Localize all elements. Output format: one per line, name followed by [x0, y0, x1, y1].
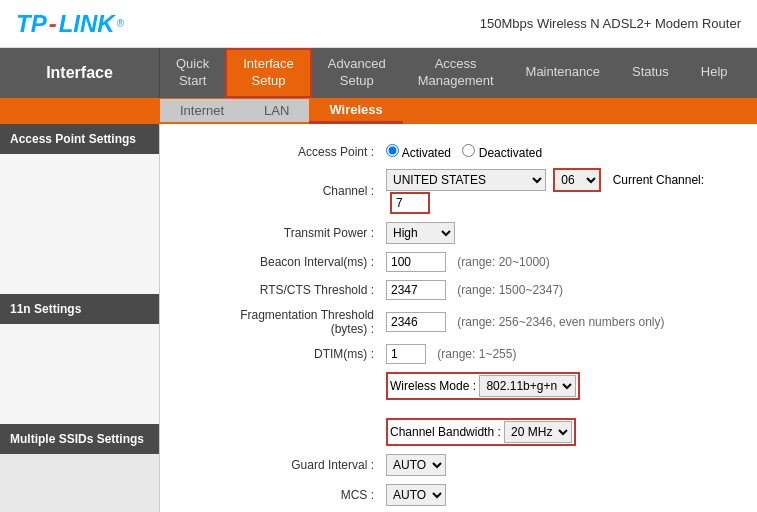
channel-number-wrapper: 06	[553, 168, 601, 192]
row-channel-bandwidth: Channel Bandwidth : 20 MHz 40 MHz	[180, 414, 737, 450]
nav-maintenance[interactable]: Maintenance	[510, 48, 616, 98]
radio-activated-label[interactable]: Activated	[386, 146, 454, 160]
nav-sidebar-label: Interface	[0, 48, 160, 98]
settings-table: Access Point : Activated Deactivated	[180, 140, 737, 510]
radio-deactivated-label[interactable]: Deactivated	[462, 146, 542, 160]
frag-hint: (range: 256~2346, even numbers only)	[457, 315, 664, 329]
main-nav: Interface Quick Start Interface Setup Ad…	[0, 48, 757, 98]
dtim-label: DTIM(ms) :	[180, 340, 380, 368]
sidebar-section-multiple-ssids: Multiple SSIDs Settings	[0, 424, 159, 454]
wireless-mode-value: Wireless Mode : 802.11b+g+n 802.11b+g 80…	[380, 368, 737, 404]
channel-bandwidth-select[interactable]: 20 MHz 40 MHz	[504, 421, 572, 443]
subnav-lan[interactable]: LAN	[244, 99, 309, 122]
transmit-power-value: High Medium Low	[380, 218, 737, 248]
current-channel-label: Current Channel:	[613, 173, 704, 187]
nav-advanced-setup[interactable]: Advanced Setup	[312, 48, 402, 98]
wireless-mode-select[interactable]: 802.11b+g+n 802.11b+g 802.11n 802.11g 80…	[479, 375, 576, 397]
nav-quick-start[interactable]: Quick Start	[160, 48, 225, 98]
guard-interval-value: AUTO Long Short	[380, 450, 737, 480]
main-layout: Access Point Settings 11n Settings Multi…	[0, 124, 757, 512]
logo-tp: TP	[16, 10, 47, 38]
content-area: Access Point : Activated Deactivated	[160, 124, 757, 512]
wireless-mode-text-label: Wireless Mode :	[390, 379, 476, 393]
frag-value: (range: 256~2346, even numbers only)	[380, 304, 737, 340]
row-channel: Channel : UNITED STATES 06 Current Chann…	[180, 164, 737, 218]
nav-help[interactable]: Help	[685, 48, 744, 98]
row-guard-interval: Guard Interval : AUTO Long Short	[180, 450, 737, 480]
mcs-value: AUTO 0123 4567	[380, 480, 737, 510]
sidebar-gap-2	[0, 324, 159, 424]
dtim-value: (range: 1~255)	[380, 340, 737, 368]
wireless-mode-label-cell	[180, 368, 380, 404]
rts-hint: (range: 1500~2347)	[457, 283, 563, 297]
current-channel-wrapper	[390, 192, 430, 214]
beacon-hint: (range: 20~1000)	[457, 255, 549, 269]
radio-deactivated[interactable]	[462, 144, 475, 157]
row-wireless-mode: Wireless Mode : 802.11b+g+n 802.11b+g 80…	[180, 368, 737, 404]
dtim-input[interactable]	[386, 344, 426, 364]
sidebar: Access Point Settings 11n Settings Multi…	[0, 124, 160, 512]
guard-interval-select[interactable]: AUTO Long Short	[386, 454, 446, 476]
channel-bandwidth-label-cell	[180, 414, 380, 450]
logo-dash: -	[49, 10, 57, 38]
row-mcs: MCS : AUTO 0123 4567	[180, 480, 737, 510]
activated-text: Activated	[402, 146, 451, 160]
mcs-label: MCS :	[180, 480, 380, 510]
rts-value: (range: 1500~2347)	[380, 276, 737, 304]
row-beacon: Beacon Interval(ms) : (range: 20~1000)	[180, 248, 737, 276]
nav-interface-setup[interactable]: Interface Setup	[225, 48, 312, 98]
header: TP - LINK ® 150Mbps Wireless N ADSL2+ Mo…	[0, 0, 757, 48]
beacon-value: (range: 20~1000)	[380, 248, 737, 276]
row-spacer	[180, 404, 737, 414]
logo: TP - LINK ®	[16, 10, 124, 38]
row-transmit-power: Transmit Power : High Medium Low	[180, 218, 737, 248]
subnav-wireless[interactable]: Wireless	[309, 98, 402, 124]
access-point-label: Access Point :	[180, 140, 380, 164]
frag-input[interactable]	[386, 312, 446, 332]
sub-nav: Internet LAN Wireless	[0, 98, 757, 124]
nav-status[interactable]: Status	[616, 48, 685, 98]
access-point-value: Activated Deactivated	[380, 140, 737, 164]
channel-label: Channel :	[180, 164, 380, 218]
channel-bandwidth-wrapper: Channel Bandwidth : 20 MHz 40 MHz	[386, 418, 576, 446]
rts-input[interactable]	[386, 280, 446, 300]
channel-bandwidth-value: Channel Bandwidth : 20 MHz 40 MHz	[380, 414, 737, 450]
row-rts: RTS/CTS Threshold : (range: 1500~2347)	[180, 276, 737, 304]
row-dtim: DTIM(ms) : (range: 1~255)	[180, 340, 737, 368]
channel-country-select[interactable]: UNITED STATES	[386, 169, 546, 191]
deactivated-text: Deactivated	[479, 146, 542, 160]
rts-label: RTS/CTS Threshold :	[180, 276, 380, 304]
header-subtitle: 150Mbps Wireless N ADSL2+ Modem Router	[480, 16, 741, 31]
subnav-internet[interactable]: Internet	[160, 99, 244, 122]
transmit-power-label: Transmit Power :	[180, 218, 380, 248]
wireless-mode-wrapper: Wireless Mode : 802.11b+g+n 802.11b+g 80…	[386, 372, 580, 400]
sidebar-gap-1	[0, 154, 159, 294]
current-channel-input[interactable]	[392, 194, 428, 212]
channel-number-select[interactable]: 06	[555, 170, 599, 190]
guard-interval-label: Guard Interval :	[180, 450, 380, 480]
sidebar-section-access-point: Access Point Settings	[0, 124, 159, 154]
transmit-power-select[interactable]: High Medium Low	[386, 222, 455, 244]
mcs-select[interactable]: AUTO 0123 4567	[386, 484, 446, 506]
nav-items: Quick Start Interface Setup Advanced Set…	[160, 48, 757, 98]
channel-bandwidth-text-label: Channel Bandwidth :	[390, 425, 501, 439]
channel-value: UNITED STATES 06 Current Channel:	[380, 164, 737, 218]
nav-access-management[interactable]: Access Management	[402, 48, 510, 98]
frag-label: Fragmentation Threshold(bytes) :	[180, 304, 380, 340]
dtim-hint: (range: 1~255)	[437, 347, 516, 361]
beacon-input[interactable]	[386, 252, 446, 272]
beacon-label: Beacon Interval(ms) :	[180, 248, 380, 276]
sidebar-section-11n: 11n Settings	[0, 294, 159, 324]
row-fragmentation: Fragmentation Threshold(bytes) : (range:…	[180, 304, 737, 340]
row-access-point: Access Point : Activated Deactivated	[180, 140, 737, 164]
radio-activated[interactable]	[386, 144, 399, 157]
logo-link: LINK	[59, 10, 115, 38]
logo-reg: ®	[117, 18, 124, 29]
